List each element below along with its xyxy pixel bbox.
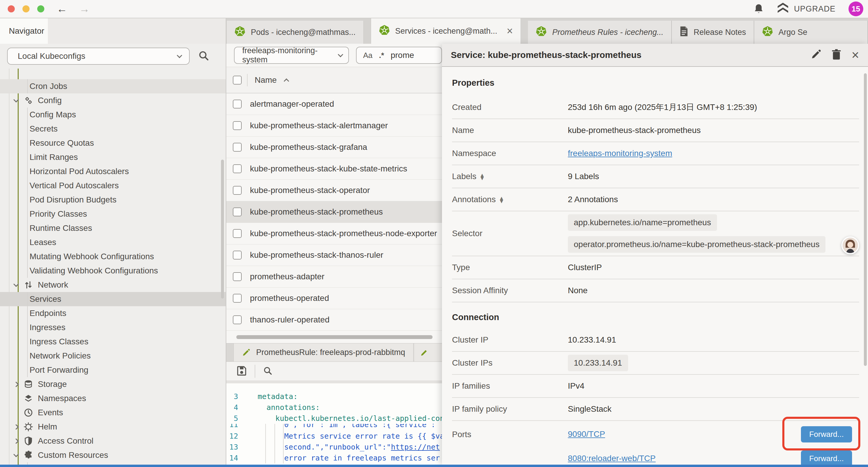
row-checkbox[interactable]: [233, 207, 242, 216]
port-link[interactable]: 9090/TCP: [568, 430, 605, 439]
chevron-right-icon[interactable]: [13, 424, 19, 430]
sidebar-item-services[interactable]: Services: [0, 292, 226, 306]
sidebar-item-network[interactable]: Network: [0, 278, 226, 292]
namespace-link[interactable]: freeleaps-monitoring-system: [568, 149, 672, 158]
port-link[interactable]: 8080:reloader-web/TCP: [568, 454, 656, 463]
row-checkbox[interactable]: [233, 315, 242, 324]
table-row-prometheus-adapter[interactable]: prometheus-adapter: [226, 266, 442, 288]
chevron-down-icon[interactable]: [13, 97, 19, 102]
editor-tab-partial[interactable]: [414, 344, 442, 361]
name-column-header[interactable]: Name: [255, 76, 277, 85]
search-icon[interactable]: [198, 50, 209, 62]
table-row-kube-prometheus-stack-kube-state-metrics[interactable]: kube-prometheus-stack-kube-state-metrics: [226, 158, 442, 180]
forward-button[interactable]: Forward...: [801, 426, 852, 442]
horizontal-scrollbar[interactable]: [236, 335, 433, 339]
edit-pencil-icon[interactable]: [811, 49, 821, 61]
save-icon[interactable]: [236, 365, 247, 377]
sidebar-item-custom-resources[interactable]: Custom Resources: [0, 448, 226, 462]
sidebar-item-pod-disruption-budgets[interactable]: Pod Disruption Budgets: [0, 193, 226, 207]
sidebar-item-storage[interactable]: Storage: [0, 377, 226, 391]
table-row-prometheus-operated[interactable]: prometheus-operated: [226, 288, 442, 309]
table-row-kube-prometheus-stack-grafana[interactable]: kube-prometheus-stack-grafana: [226, 137, 442, 158]
table-row-kube-prometheus-stack-operator[interactable]: kube-prometheus-stack-operator: [226, 180, 442, 201]
document-tab-argo-se[interactable]: Argo Se: [754, 21, 868, 44]
row-checkbox[interactable]: [233, 294, 242, 303]
navigator-panel-tab[interactable]: Navigator: [0, 18, 48, 44]
sidebar-item-helm[interactable]: Helm: [0, 420, 226, 434]
sidebar-item-network-policies[interactable]: Network Policies: [0, 349, 226, 363]
sidebar-item-mutating-webhook-configurations[interactable]: Mutating Webhook Configurations: [0, 250, 226, 264]
chevron-down-icon[interactable]: [13, 282, 19, 287]
notification-count-badge[interactable]: 15: [848, 1, 863, 16]
sort-ascending-icon[interactable]: [284, 78, 289, 84]
sidebar-item-leases[interactable]: Leases: [0, 235, 226, 250]
name-filter-input[interactable]: Aa .* prome: [356, 47, 442, 64]
regex-toggle[interactable]: .*: [379, 51, 384, 60]
document-tab-services-icecheng-math[interactable]: Services - icecheng@math...×: [371, 18, 521, 44]
sidebar-item-secrets[interactable]: Secrets: [0, 122, 226, 136]
sidebar-item-endpoints[interactable]: Endpoints: [0, 306, 226, 320]
chevron-right-icon[interactable]: [13, 382, 19, 387]
back-arrow-icon[interactable]: ←: [57, 4, 67, 14]
sidebar-item-vertical-pod-autoscalers[interactable]: Vertical Pod Autoscalers: [0, 178, 226, 193]
chevron-right-icon[interactable]: [13, 438, 19, 444]
namespace-selector[interactable]: freeleaps-monitoring-system: [234, 47, 349, 64]
sidebar-item-resource-quotas[interactable]: Resource Quotas: [0, 136, 226, 150]
chevron-down-icon[interactable]: [13, 451, 19, 457]
upgrade-button[interactable]: UPGRADE: [777, 2, 836, 16]
table-row-thanos-ruler-operated[interactable]: thanos-ruler-operated: [226, 309, 442, 331]
row-checkbox[interactable]: [233, 229, 242, 238]
labels-expand-icon[interactable]: ▴▾: [481, 173, 484, 180]
table-row-alertmanager-operated[interactable]: alertmanager-operated: [226, 93, 442, 115]
table-row-kube-prometheus-stack-prometheus[interactable]: kube-prometheus-stack-prometheus: [226, 201, 442, 223]
sidebar-item-runtime-classes[interactable]: Runtime Classes: [0, 221, 226, 235]
sidebar-item-port-forwarding[interactable]: Port Forwarding: [0, 363, 226, 377]
sidebar-item-namespaces[interactable]: Namespaces: [0, 391, 226, 406]
editor-tab-prometheusrule[interactable]: PrometheusRule: freeleaps-prod-rabbitmq: [234, 344, 414, 361]
match-case-toggle[interactable]: Aa: [363, 51, 373, 60]
sidebar-item-ingresses[interactable]: Ingresses: [0, 320, 226, 334]
annotations-expand-icon[interactable]: ▴▾: [500, 196, 503, 203]
close-icon[interactable]: ×: [507, 25, 513, 37]
close-icon[interactable]: ×: [851, 49, 859, 61]
table-row-kube-prometheus-stack-alertmanager[interactable]: kube-prometheus-stack-alertmanager: [226, 115, 442, 137]
close-window-button[interactable]: [8, 5, 15, 12]
row-checkbox[interactable]: [233, 272, 242, 281]
row-checkbox[interactable]: [233, 121, 242, 130]
yaml-editor[interactable]: 3metadata:4annotations:5kubectl.kubernet…: [226, 380, 442, 465]
sidebar-item-events[interactable]: Events: [0, 406, 226, 420]
row-checkbox[interactable]: [233, 99, 242, 109]
sidebar-item-config-maps[interactable]: Config Maps: [0, 108, 226, 122]
sidebar-item-priority-classes[interactable]: Priority Classes: [0, 207, 226, 221]
document-tab-release-notes[interactable]: Release Notes: [672, 21, 754, 44]
maximize-window-button[interactable]: [37, 5, 44, 12]
minimize-window-button[interactable]: [23, 5, 30, 12]
forward-arrow-icon[interactable]: →: [79, 4, 90, 14]
document-tab-pods-icecheng-mathmas[interactable]: Pods - icecheng@mathmas...: [226, 21, 364, 44]
forward-button[interactable]: Forward...: [801, 450, 852, 465]
sidebar-item-limit-ranges[interactable]: Limit Ranges: [0, 150, 226, 164]
url-link[interactable]: https://net: [391, 443, 440, 451]
row-checkbox[interactable]: [233, 143, 242, 152]
sidebar-item-access-control[interactable]: Access Control: [0, 434, 226, 448]
sidebar-item-validating-webhook-configurations[interactable]: Validating Webhook Configurations: [0, 264, 226, 278]
sidebar-item-horizontal-pod-autoscalers[interactable]: Horizontal Pod Autoscalers: [0, 164, 226, 178]
table-row-kube-prometheus-stack-prometheus-node-exporter[interactable]: kube-prometheus-stack-prometheus-node-ex…: [226, 223, 442, 244]
row-checkbox[interactable]: [233, 164, 242, 173]
sidebar-item-cron-jobs[interactable]: Cron Jobs: [0, 79, 226, 93]
kubeconfig-selector[interactable]: Local Kubeconfigs: [7, 48, 190, 65]
user-avatar[interactable]: [841, 236, 859, 254]
sidebar-scrollbar[interactable]: [221, 159, 224, 298]
select-all-checkbox[interactable]: [233, 76, 242, 85]
delete-trash-icon[interactable]: [831, 49, 841, 61]
notifications-bell-icon[interactable]: [754, 3, 764, 14]
detail-scrollbar[interactable]: [864, 73, 867, 366]
row-checkbox[interactable]: [233, 251, 242, 260]
document-tab-prometheus-rules-icecheng[interactable]: Prometheus Rules - icecheng...: [528, 21, 672, 44]
sidebar-item-definitions[interactable]: Definitions: [0, 462, 226, 465]
editor-search-icon[interactable]: [263, 366, 272, 377]
sidebar-item-config[interactable]: Config: [0, 93, 226, 108]
table-row-kube-prometheus-stack-thanos-ruler[interactable]: kube-prometheus-stack-thanos-ruler: [226, 244, 442, 266]
row-checkbox[interactable]: [233, 186, 242, 195]
sidebar-item-ingress-classes[interactable]: Ingress Classes: [0, 334, 226, 349]
